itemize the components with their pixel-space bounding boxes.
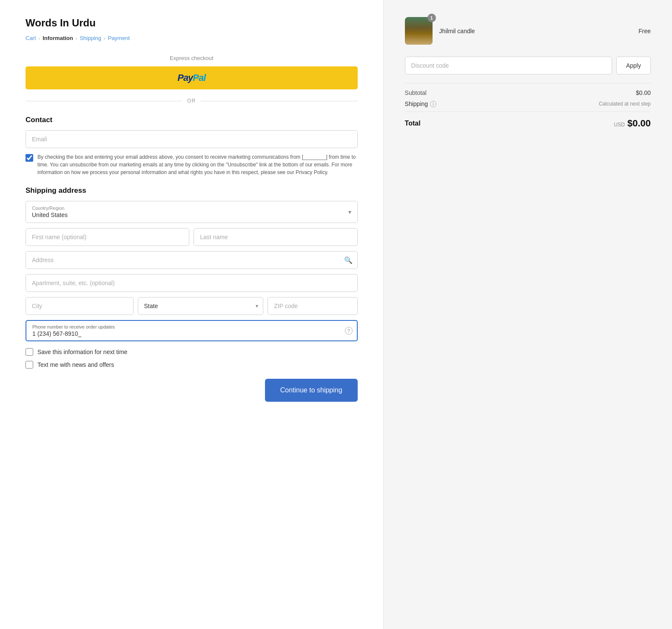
product-row: 1 Jhilmil candle Free xyxy=(405,17,651,45)
apply-button[interactable]: Apply xyxy=(616,57,651,74)
shipping-row: Shipping i Calculated at next step xyxy=(405,100,651,107)
address-field[interactable] xyxy=(26,251,358,269)
total-value: $0.00 xyxy=(627,118,651,129)
zip-field-wrapper xyxy=(268,297,357,315)
paypal-button[interactable]: PayPal xyxy=(26,66,358,89)
or-divider: OR xyxy=(26,98,358,104)
subtotal-row: Subtotal $0.00 xyxy=(405,89,651,96)
subtotal-label: Subtotal xyxy=(405,89,427,96)
apartment-group xyxy=(26,274,358,292)
discount-row: Apply xyxy=(405,57,651,74)
first-name-field[interactable] xyxy=(26,228,189,246)
city-state-zip-row: State ▾ xyxy=(26,297,358,315)
discount-code-field[interactable] xyxy=(405,57,612,74)
breadcrumb-cart[interactable]: Cart xyxy=(26,35,36,41)
product-image xyxy=(405,17,433,45)
last-name-field[interactable] xyxy=(194,228,357,246)
paypal-logo: PayPal xyxy=(177,72,205,83)
shipping-label-wrapper: Shipping i xyxy=(405,100,437,107)
info-icon[interactable]: i xyxy=(430,101,436,107)
phone-input-container: Phone number to receive order updates xyxy=(26,320,358,341)
product-price: Free xyxy=(638,28,651,34)
text-offers-row: Text me with news and offers xyxy=(26,361,358,369)
breadcrumb-shipping[interactable]: Shipping xyxy=(80,35,101,41)
country-select[interactable]: United States xyxy=(32,212,351,218)
state-field-wrapper: State ▾ xyxy=(138,297,264,315)
save-info-row: Save this information for next time xyxy=(26,348,358,356)
price-rows: Subtotal $0.00 Shipping i Calculated at … xyxy=(405,83,651,107)
phone-field[interactable] xyxy=(32,330,340,337)
email-field[interactable] xyxy=(26,130,358,148)
city-field-wrapper xyxy=(26,297,134,315)
breadcrumb-sep-1: › xyxy=(39,36,40,41)
help-icon[interactable]: ? xyxy=(345,327,353,335)
consent-box: By checking the box and entering your em… xyxy=(26,153,358,176)
shipping-calc-text: Calculated at next step xyxy=(599,101,651,107)
total-row: Total USD $0.00 xyxy=(405,112,651,129)
phone-label: Phone number to receive order updates xyxy=(32,324,340,329)
left-panel: Words In Urdu Cart › Information › Shipp… xyxy=(0,0,383,629)
apartment-field[interactable] xyxy=(26,274,358,292)
breadcrumb-sep-2: › xyxy=(76,36,77,41)
product-quantity-badge: 1 xyxy=(427,14,436,22)
breadcrumb-payment[interactable]: Payment xyxy=(108,35,130,41)
product-name: Jhilmil candle xyxy=(439,28,632,34)
save-info-checkbox[interactable] xyxy=(26,348,33,356)
address-group: 🔍 xyxy=(26,251,358,269)
contact-section-title: Contact xyxy=(26,116,358,124)
name-row xyxy=(26,228,358,246)
breadcrumb-information[interactable]: Information xyxy=(43,35,73,41)
text-offers-checkbox[interactable] xyxy=(26,361,33,369)
text-offers-label[interactable]: Text me with news and offers xyxy=(37,361,114,368)
search-icon: 🔍 xyxy=(344,256,353,264)
shipping-label-text: Shipping xyxy=(405,100,428,107)
product-image-wrapper: 1 xyxy=(405,17,433,45)
right-panel: 1 Jhilmil candle Free Apply Subtotal $0.… xyxy=(383,0,672,629)
continue-button[interactable]: Continue to shipping xyxy=(265,379,358,402)
shipping-section-title: Shipping address xyxy=(26,186,358,195)
city-field[interactable] xyxy=(26,297,134,315)
phone-wrapper: Phone number to receive order updates ? xyxy=(26,320,358,341)
email-group xyxy=(26,130,358,148)
express-checkout-label: Express checkout xyxy=(26,55,358,61)
breadcrumb-sep-3: › xyxy=(104,36,105,41)
zip-field[interactable] xyxy=(268,297,357,315)
country-select-wrapper: Country/Region United States ▾ xyxy=(26,201,358,223)
subtotal-value: $0.00 xyxy=(636,89,651,96)
total-label: Total xyxy=(405,120,421,127)
total-value-wrapper: USD $0.00 xyxy=(614,118,651,129)
or-text: OR xyxy=(187,98,196,104)
product-img-inner xyxy=(405,17,433,45)
breadcrumb: Cart › Information › Shipping › Payment xyxy=(26,35,358,41)
store-title: Words In Urdu xyxy=(26,17,358,29)
consent-checkbox[interactable] xyxy=(26,154,33,162)
save-info-label[interactable]: Save this information for next time xyxy=(37,349,128,355)
country-label: Country/Region xyxy=(32,206,351,211)
consent-text: By checking the box and entering your em… xyxy=(37,153,358,176)
state-select[interactable]: State xyxy=(138,297,264,315)
currency-label: USD xyxy=(614,122,625,128)
